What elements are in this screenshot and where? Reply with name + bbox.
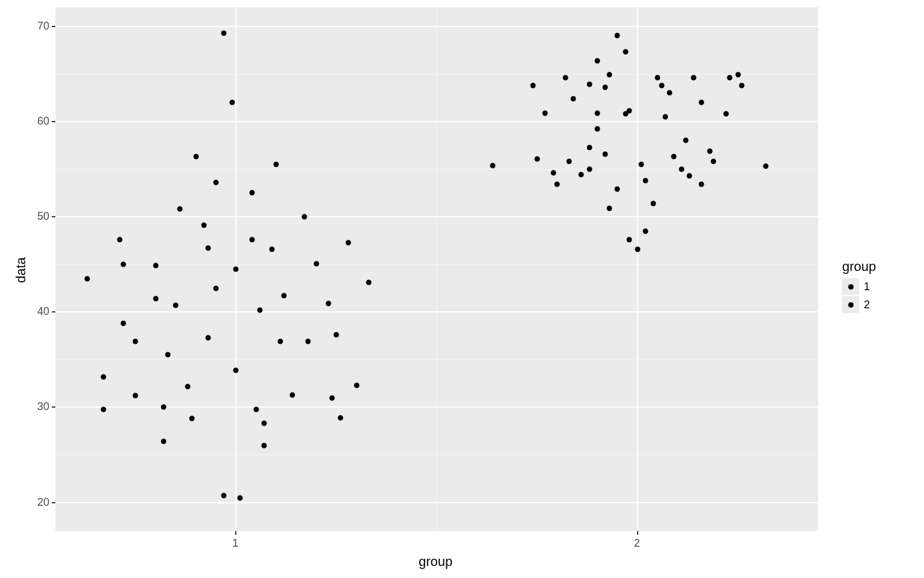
data-point bbox=[594, 126, 600, 132]
data-point bbox=[594, 58, 600, 63]
data-point bbox=[213, 180, 218, 185]
data-point bbox=[250, 237, 255, 242]
data-point bbox=[366, 280, 371, 285]
data-point bbox=[587, 82, 592, 87]
data-point bbox=[221, 493, 227, 499]
data-point bbox=[177, 207, 182, 212]
y-tick-label: 30 bbox=[37, 400, 49, 413]
data-point bbox=[603, 151, 608, 157]
data-point bbox=[133, 393, 138, 399]
dot-icon bbox=[848, 302, 854, 308]
data-point bbox=[727, 75, 733, 81]
data-point bbox=[205, 335, 211, 340]
legend-item-1: 1 bbox=[842, 278, 876, 295]
data-point bbox=[627, 237, 632, 242]
data-point bbox=[257, 308, 263, 313]
data-point bbox=[121, 262, 126, 267]
y-tick-mark bbox=[52, 26, 55, 27]
data-point bbox=[213, 285, 218, 291]
data-point bbox=[623, 49, 628, 55]
data-point bbox=[282, 293, 287, 299]
data-point bbox=[531, 82, 536, 88]
data-point bbox=[101, 374, 106, 379]
data-point bbox=[567, 159, 572, 164]
data-point bbox=[723, 111, 728, 117]
data-point bbox=[233, 267, 239, 272]
data-point bbox=[270, 246, 275, 252]
data-point bbox=[735, 72, 741, 78]
y-tick-label: 70 bbox=[37, 20, 49, 33]
data-point bbox=[189, 416, 194, 421]
legend-label-1: 1 bbox=[864, 281, 870, 293]
data-point bbox=[659, 82, 664, 88]
dot-icon bbox=[848, 284, 854, 290]
data-point bbox=[550, 170, 556, 176]
data-point bbox=[687, 173, 692, 178]
data-point bbox=[262, 421, 267, 426]
data-point bbox=[679, 166, 685, 172]
data-point bbox=[229, 100, 235, 105]
y-tick-mark bbox=[52, 216, 55, 217]
data-point bbox=[193, 154, 199, 160]
data-point bbox=[635, 246, 640, 252]
data-point bbox=[711, 159, 716, 164]
data-point bbox=[587, 144, 592, 150]
data-point bbox=[233, 367, 239, 373]
data-point bbox=[289, 392, 295, 397]
y-axis-title: data bbox=[13, 257, 29, 283]
data-point bbox=[699, 182, 704, 187]
y-tick-mark bbox=[52, 121, 55, 122]
data-point bbox=[153, 263, 158, 268]
data-point bbox=[201, 223, 206, 228]
data-point bbox=[627, 108, 632, 114]
data-point bbox=[543, 110, 548, 116]
data-point bbox=[707, 148, 712, 154]
data-point bbox=[117, 237, 122, 242]
data-point bbox=[651, 200, 656, 206]
x-tick-mark bbox=[637, 531, 638, 535]
x-tick-mark bbox=[235, 531, 236, 535]
data-point bbox=[639, 162, 644, 167]
data-point bbox=[615, 33, 620, 39]
data-point bbox=[337, 415, 343, 420]
data-point bbox=[763, 164, 769, 169]
legend-key-1 bbox=[842, 278, 859, 295]
data-point bbox=[250, 190, 255, 196]
data-point bbox=[165, 352, 170, 358]
x-tick-label: 1 bbox=[232, 537, 238, 550]
data-point bbox=[205, 246, 211, 251]
data-point bbox=[133, 339, 138, 344]
data-point bbox=[615, 187, 620, 192]
data-point bbox=[313, 261, 319, 266]
y-tick-mark bbox=[52, 311, 55, 312]
data-point bbox=[161, 405, 167, 410]
legend: group 1 2 bbox=[842, 259, 876, 314]
data-point bbox=[490, 163, 496, 168]
data-point bbox=[562, 75, 568, 81]
data-point bbox=[739, 82, 745, 88]
data-point bbox=[262, 443, 267, 448]
data-point bbox=[534, 156, 540, 161]
data-point bbox=[253, 406, 259, 412]
data-point bbox=[354, 382, 359, 388]
x-axis-title: group bbox=[419, 554, 452, 570]
legend-label-2: 2 bbox=[864, 299, 870, 311]
data-point bbox=[570, 96, 576, 101]
data-point bbox=[663, 114, 668, 119]
data-point bbox=[606, 205, 612, 211]
data-point bbox=[153, 296, 158, 302]
data-point bbox=[161, 439, 167, 444]
data-point bbox=[699, 100, 704, 105]
data-point bbox=[185, 384, 191, 389]
y-tick-label: 60 bbox=[37, 115, 49, 128]
data-point bbox=[330, 395, 335, 400]
data-point bbox=[643, 228, 648, 234]
data-point bbox=[274, 162, 279, 167]
y-tick-mark bbox=[52, 406, 55, 408]
legend-item-2: 2 bbox=[842, 296, 876, 313]
data-point bbox=[655, 75, 661, 81]
data-point bbox=[237, 495, 242, 500]
data-point bbox=[85, 276, 90, 281]
data-point bbox=[671, 154, 676, 160]
y-tick-label: 50 bbox=[37, 210, 49, 223]
